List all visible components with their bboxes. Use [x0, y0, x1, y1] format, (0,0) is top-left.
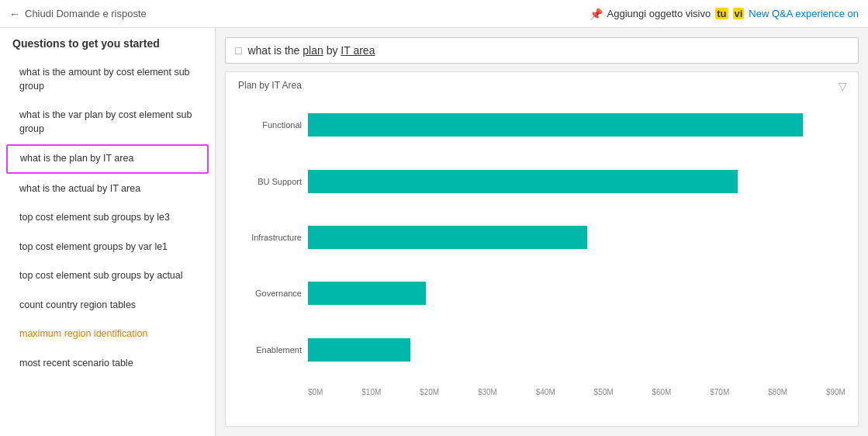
sidebar-item-most-recent[interactable]: most recent scenario table	[6, 350, 209, 378]
bar-fill	[308, 282, 426, 305]
sidebar-items-list: what is the amount by cost element sub g…	[0, 59, 215, 377]
x-axis-label: $20M	[420, 388, 439, 396]
x-axis-label: $0M	[308, 388, 323, 396]
bar-track	[308, 170, 846, 193]
sidebar-item-amount-by-cost[interactable]: what is the amount by cost element sub g…	[6, 59, 209, 100]
bar-track	[308, 338, 846, 362]
bar-fill	[308, 170, 738, 193]
bar-fill	[308, 113, 803, 137]
sidebar-item-top-cost-groups-var[interactable]: top cost element groups by var le1	[6, 234, 209, 261]
sidebar-item-actual-by-it-area[interactable]: what is the actual by IT area	[6, 175, 209, 203]
sidebar: Questions to get you started what is the…	[0, 28, 216, 436]
search-by: by	[323, 44, 341, 57]
x-axis-label: $10M	[361, 388, 381, 396]
sidebar-item-plan-by-it-area[interactable]: what is the plan by IT area	[6, 144, 209, 174]
bar-track	[308, 226, 846, 249]
add-visual-label: Aggiungi oggetto visivo	[607, 8, 711, 19]
bar-row-functional: Functional	[238, 108, 846, 142]
sidebar-item-count-country[interactable]: count country region tables	[6, 292, 209, 320]
bar-fill	[308, 338, 410, 362]
bar-row-enablement: Enablement	[238, 333, 846, 367]
highlight-vi: vi	[733, 8, 745, 19]
new-qa-label: New Q&A experience on	[749, 8, 859, 19]
search-text: what is the plan by IT area	[247, 44, 375, 57]
filter-icon[interactable]: ▽	[839, 80, 847, 92]
bar-label: Enablement	[238, 345, 302, 355]
x-axis-label: $60M	[652, 388, 671, 396]
search-bar[interactable]: □ what is the plan by IT area	[225, 37, 859, 64]
sidebar-item-top-cost-by-actual[interactable]: top cost element sub groups by actual	[6, 262, 209, 290]
x-axis-label: $70M	[710, 388, 729, 396]
bar-label: Infrastructure	[238, 233, 302, 242]
chat-icon: □	[235, 44, 241, 57]
chart-title: Plan by IT Area	[238, 80, 846, 91]
x-axis: $0M$10M$20M$30M$40M$50M$60M$70M$80M$90M	[308, 388, 846, 396]
sidebar-item-top-cost-by-le3[interactable]: top cost element sub groups by le3	[6, 204, 209, 232]
content-area: □ what is the plan by IT area Plan by IT…	[216, 28, 868, 436]
bar-fill	[308, 226, 587, 249]
top-bar-left: ← Chiudi Domande e risposte	[9, 8, 147, 20]
sidebar-item-max-region[interactable]: maximum region identification	[6, 320, 209, 348]
sidebar-title: Questions to get you started	[0, 37, 215, 57]
bar-track	[308, 282, 846, 305]
x-axis-label: $50M	[594, 388, 614, 396]
highlight-tu: tu	[715, 8, 728, 19]
chart-container: Plan by IT Area ▽ FunctionalBU SupportIn…	[225, 71, 859, 427]
main-layout: Questions to get you started what is the…	[0, 28, 868, 436]
bar-row-bu-support: BU Support	[238, 164, 846, 199]
close-label[interactable]: Chiudi Domande e risposte	[25, 8, 147, 19]
search-word-plan: plan	[303, 44, 323, 57]
search-prefix: what is the	[247, 44, 303, 57]
bar-label: BU Support	[238, 177, 302, 186]
top-bar: ← Chiudi Domande e risposte 📌 Aggiungi o…	[0, 0, 868, 28]
search-word-it-area: IT area	[341, 44, 375, 57]
back-arrow-icon: ←	[9, 8, 20, 20]
bar-track	[308, 113, 846, 137]
x-axis-label: $80M	[768, 388, 787, 396]
x-axis-label: $90M	[826, 388, 846, 396]
bar-row-governance: Governance	[238, 276, 846, 310]
x-axis-label: $40M	[536, 388, 555, 396]
bar-chart: FunctionalBU SupportInfrastructureGovern…	[238, 97, 846, 396]
x-axis-label: $30M	[478, 388, 497, 396]
chart-rows: FunctionalBU SupportInfrastructureGovern…	[238, 97, 846, 378]
top-bar-right: 📌 Aggiungi oggetto visivo tuvi New Q&A e…	[590, 8, 859, 20]
bar-label: Governance	[238, 289, 302, 298]
sidebar-item-var-plan-by-cost[interactable]: what is the var plan by cost element sub…	[6, 102, 209, 143]
pin-icon: 📌	[590, 8, 603, 20]
bar-label: Functional	[238, 120, 302, 130]
bar-row-infrastructure: Infrastructure	[238, 220, 846, 254]
